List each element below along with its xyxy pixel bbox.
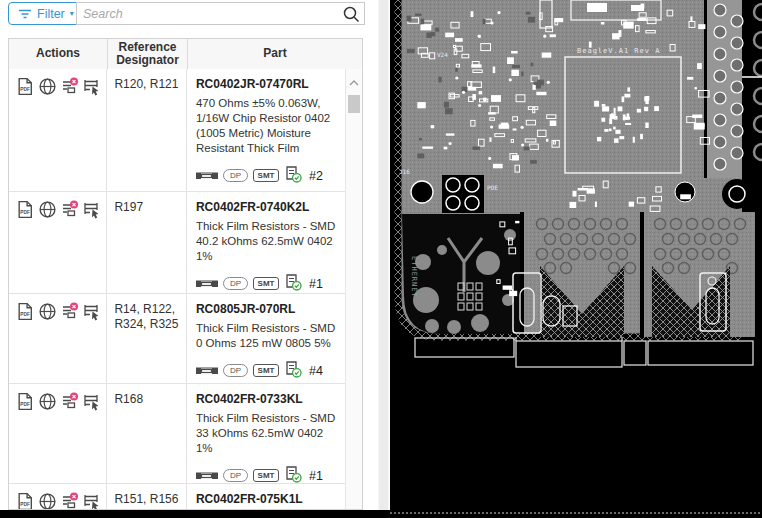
pdf-datasheet-icon[interactable] [16,77,35,96]
remove-from-bom-icon[interactable] [60,302,79,321]
actions-cell [9,69,107,191]
part-meta: DP SMT #1 [196,273,339,295]
pdf-datasheet-icon[interactable] [16,200,35,219]
web-datasheet-icon[interactable] [38,392,57,411]
place-part-icon[interactable] [82,392,101,411]
silkscreen-poe-label: POE [487,184,498,191]
place-part-icon[interactable] [82,77,101,96]
ethernet-connector: ETHERNET [402,214,520,334]
bom-check-icon [284,273,302,295]
chevron-down-icon: ▾ [70,10,74,18]
footprint-icon [196,170,218,181]
remove-from-bom-icon[interactable] [60,77,79,96]
silkscreen-j16-label: J16 [399,168,410,175]
footprint-icon [196,365,218,376]
column-header-part: Part [188,39,362,69]
silkscreen-ethernet-label: ETHERNET [410,256,418,298]
remove-from-bom-icon[interactable] [60,200,79,219]
reference-designators: R14, R122, R324, R325 [107,294,187,383]
bom-check-icon [284,360,302,382]
usb-connector-right [640,212,755,337]
smt-badge: SMT [253,169,279,182]
dp-badge: DP [223,169,248,182]
part-description: 470 Ohms ±5% 0.063W, 1/16W Chip Resistor… [196,96,339,156]
part-cell: RC0402FR-0733KL Thick Film Resistors - S… [187,384,345,483]
smt-badge: SMT [253,364,279,377]
part-number: RC0402JR-07470RL [196,77,339,91]
bom-check-icon [284,165,302,187]
dp-badge: DP [223,364,248,377]
part-cell: RC0402JR-07470RL 470 Ohms ±5% 0.063W, 1/… [187,69,345,191]
web-datasheet-icon[interactable] [38,200,57,219]
dp-badge: DP [223,469,248,482]
web-datasheet-icon[interactable] [38,302,57,321]
part-meta: DP SMT #2 [196,165,339,187]
reference-designators: R168 [107,384,187,483]
pdf-datasheet-icon[interactable] [16,492,35,510]
footprint-icon [196,278,218,289]
filter-icon [18,8,32,20]
reference-designators: R120, R121 [107,69,187,191]
quantity-count: #2 [309,169,323,183]
part-cell: RC0402FR-075K1L 5.1 kOhms ±1% 0.063W [187,484,345,510]
reference-designators: R197 [107,192,187,293]
bottom-black-bar [0,510,390,518]
place-part-icon[interactable] [82,302,101,321]
smt-badge: SMT [253,469,279,482]
place-part-icon[interactable] [82,200,101,219]
silkscreen-v24-label: V24 [437,51,448,58]
dp-badge: DP [223,277,248,290]
web-datasheet-icon[interactable] [38,492,57,510]
part-cell: RC0402FR-0740K2L Thick Film Resistors - … [187,192,345,293]
pcb-layout-view[interactable]: BeagleV.A1 Rev A POE V24 [390,0,762,518]
search-box [76,2,365,25]
panel-splitter[interactable] [378,0,389,518]
filter-button[interactable]: Filter ▾ [8,2,84,25]
column-header-actions: Actions [9,39,108,69]
part-number: RC0805JR-070RL [196,302,339,316]
web-datasheet-icon[interactable] [38,77,57,96]
table-header: Actions Reference Designator Part [9,39,362,70]
actions-cell [9,294,107,383]
table-row[interactable]: R120, R121 RC0402JR-07470RL 470 Ohms ±5%… [9,69,345,192]
smt-badge: SMT [253,277,279,290]
pcb-viewport[interactable]: BeagleV.A1 Rev A POE V24 [390,0,762,518]
table-row[interactable]: R168 RC0402FR-0733KL Thick Film Resistor… [9,384,345,484]
vertical-scrollbar[interactable] [345,69,362,509]
search-icon[interactable] [342,5,360,23]
search-input[interactable] [77,7,342,21]
reference-designators: R151, R156 [107,484,187,510]
quantity-count: #4 [309,364,323,378]
table-body: R120, R121 RC0402JR-07470RL 470 Ohms ±5%… [9,69,345,509]
remove-from-bom-icon[interactable] [60,492,79,510]
silkscreen-title: BeagleV.A1 Rev A [577,47,660,55]
table-row[interactable]: R151, R156 RC0402FR-075K1L 5.1 kOhms ±1%… [9,484,345,510]
part-description: Thick Film Resistors - SMD 33 kOhms 62.5… [196,411,339,456]
filter-label: Filter [37,7,65,21]
table-row[interactable]: R197 RC0402FR-0740K2L Thick Film Resisto… [9,192,345,294]
table-row[interactable]: R14, R122, R324, R325 RC0805JR-070RL Thi… [9,294,345,384]
place-part-icon[interactable] [82,492,101,510]
pdf-datasheet-icon[interactable] [16,302,35,321]
part-cell: RC0805JR-070RL Thick Film Resistors - SM… [187,294,345,383]
scroll-up-icon[interactable] [349,79,359,87]
part-number: RC0402FR-075K1L [196,492,339,506]
part-meta: DP SMT #4 [196,360,339,382]
part-description: Thick Film Resistors - SMD 0 Ohms 125 mW… [196,321,339,351]
actions-cell [9,192,107,293]
actions-cell [9,384,107,483]
part-number: RC0402FR-0740K2L [196,200,339,214]
parts-inspector-window: Filter ▾ Actions Reference Designator Pa… [0,0,762,518]
pdf-datasheet-icon[interactable] [16,392,35,411]
parts-table: Actions Reference Designator Part R120, … [8,38,363,510]
part-number: RC0402FR-0733KL [196,392,339,406]
remove-from-bom-icon[interactable] [60,392,79,411]
part-description: Thick Film Resistors - SMD 40.2 kOhms 62… [196,219,339,264]
column-header-reference-designator: Reference Designator [108,39,188,69]
scrollbar-thumb[interactable] [348,95,360,113]
quantity-count: #1 [309,277,323,291]
quantity-count: #1 [309,469,323,483]
footprint-icon [196,470,218,481]
actions-cell [9,484,107,510]
